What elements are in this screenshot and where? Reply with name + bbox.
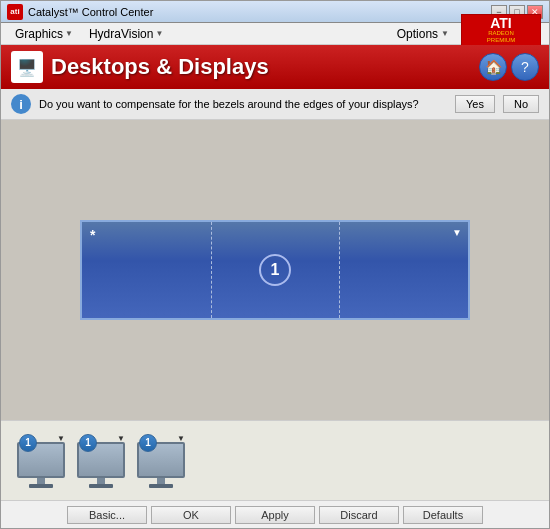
notification-bar: i Do you want to compensate for the beze…	[1, 89, 549, 120]
hydravision-menu[interactable]: HydraVision ▼	[83, 25, 169, 43]
display-divider-1	[211, 222, 212, 318]
monitor-dropdown-icon-3: ▼	[177, 434, 185, 443]
monitor-item-3[interactable]: 1 ▼	[133, 432, 189, 490]
monitors-bar: 1 ▼ 1 ▼ 1 ▼	[1, 420, 549, 500]
monitor-item-1[interactable]: 1 ▼	[13, 432, 69, 490]
monitor-badge-3: 1	[139, 434, 157, 452]
header-banner: 🖥️ Desktops & Displays 🏠 ?	[1, 45, 549, 89]
graphics-menu[interactable]: Graphics ▼	[9, 25, 79, 43]
display-divider-2	[339, 222, 340, 318]
display-icon: 🖥️	[11, 51, 43, 83]
discard-button[interactable]: Discard	[319, 506, 399, 524]
display-number: 1	[259, 254, 291, 286]
no-button[interactable]: No	[503, 95, 539, 113]
display-dropdown-icon: ▼	[452, 227, 462, 238]
display-area: * ▼ 1	[1, 120, 549, 420]
graphics-arrow-icon: ▼	[65, 29, 73, 38]
monitor-base-2	[89, 484, 113, 488]
options-arrow-icon: ▼	[441, 29, 449, 38]
monitor-base-3	[149, 484, 173, 488]
ok-button[interactable]: OK	[151, 506, 231, 524]
header-row: 🖥️ Desktops & Displays 🏠 ?	[1, 45, 549, 89]
display-rectangle[interactable]: * ▼ 1	[80, 220, 470, 320]
window-title: Catalyst™ Control Center	[28, 6, 491, 18]
button-bar: Basic... OK Apply Discard Defaults	[1, 500, 549, 528]
monitor-dropdown-icon-1: ▼	[57, 434, 65, 443]
monitor-item-2[interactable]: 1 ▼	[73, 432, 129, 490]
page-title: Desktops & Displays	[51, 54, 471, 80]
apply-button[interactable]: Apply	[235, 506, 315, 524]
monitor-badge-1: 1	[19, 434, 37, 452]
monitor-stand-3	[157, 478, 165, 484]
main-window: ati Catalyst™ Control Center − □ ✕ Graph…	[0, 0, 550, 529]
monitor-base-1	[29, 484, 53, 488]
monitor-stand-1	[37, 478, 45, 484]
menu-bar: Graphics ▼ HydraVision ▼ Options ▼ ATI R…	[1, 23, 549, 45]
options-menu[interactable]: Options ▼	[389, 25, 457, 43]
monitor-badge-2: 1	[79, 434, 97, 452]
notification-icon: i	[11, 94, 31, 114]
app-icon: ati	[7, 4, 23, 20]
help-button[interactable]: ?	[511, 53, 539, 81]
basic-button[interactable]: Basic...	[67, 506, 147, 524]
monitor-stand-2	[97, 478, 105, 484]
header-icon-group: 🏠 ?	[479, 53, 539, 81]
defaults-button[interactable]: Defaults	[403, 506, 483, 524]
monitor-dropdown-icon-2: ▼	[117, 434, 125, 443]
yes-button[interactable]: Yes	[455, 95, 495, 113]
home-button[interactable]: 🏠	[479, 53, 507, 81]
notification-text: Do you want to compensate for the bezels…	[39, 98, 447, 110]
main-content: * ▼ 1 1 ▼ 1 ▼	[1, 120, 549, 500]
hydravision-arrow-icon: ▼	[155, 29, 163, 38]
display-star: *	[90, 227, 95, 243]
